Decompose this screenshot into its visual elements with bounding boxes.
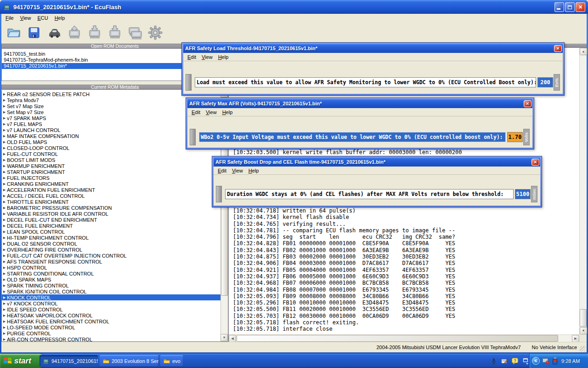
start-button[interactable]: start [0, 354, 45, 368]
menu-item[interactable]: File [2, 14, 17, 22]
metadata-item[interactable]: ▶ BAROMETRIC PRESSURE COMPENSATION [2, 205, 220, 211]
menu-item[interactable]: Help [215, 54, 232, 60]
metadata-item[interactable]: ▶ DECEL FUEL ENRICHMENT [2, 223, 220, 229]
metadata-item[interactable]: ▶ DECEL FUEL-CUT END ENRICHMENT [2, 217, 220, 223]
resize-grip[interactable] [580, 346, 586, 352]
close-button[interactable]: × [531, 159, 539, 166]
language-bar-icon[interactable] [501, 358, 508, 364]
maximize-button[interactable] [565, 2, 575, 12]
no-device-icon[interactable] [543, 358, 549, 364]
menu-item[interactable]: Help [51, 14, 68, 22]
metadata-item-label: STARTUP ENRICHMENT [7, 169, 65, 175]
title-bar[interactable]: AFR Safety Max AFR (Volts)-94170715_2021… [187, 99, 532, 108]
taskbar-task-button[interactable]: 2003 Evolution 8 Ser... [100, 355, 158, 367]
metadata-item[interactable]: ▶ CRANKING ENRICHMENT [2, 181, 220, 187]
scrollbar-thumb[interactable] [237, 335, 558, 342]
metadata-item[interactable]: ▶ THROTTLE ENRICHMENT [2, 199, 220, 205]
parameter-value-cell[interactable]: 200 [537, 77, 553, 87]
open-rom-button[interactable] [4, 23, 23, 42]
metadata-item[interactable]: ▶ FUEL INJECTORS [2, 175, 220, 181]
taskbar-task-button[interactable]: 94170715_20210615... [40, 355, 98, 367]
menu-item[interactable]: ECU [34, 14, 51, 22]
parameter-value-cell[interactable]: 1.70 [507, 132, 523, 142]
show-hidden-icons-chevron[interactable]: < [532, 357, 540, 365]
metadata-item[interactable]: ▶ OVERHEATING FIRE CONTROL [2, 247, 220, 253]
console-vertical-scrollbar[interactable]: ▲ ▼ [579, 48, 587, 334]
metadata-item[interactable]: ▶ VARIABLE RESISTOR IDLE AFR CONTROL [2, 211, 220, 217]
microphone-icon[interactable] [491, 358, 497, 365]
metadata-item[interactable]: ▶ STARTING CONDITIONAL CONTROL [2, 270, 220, 276]
help-icon[interactable] [512, 358, 518, 365]
scroll-down-button[interactable]: ▼ [220, 334, 228, 341]
metadata-item[interactable]: ▶ ACCEL / DECEL FUEL CONTROL [2, 193, 220, 199]
log-line: [10:32:04.781] -- comparing ECU flash me… [233, 227, 455, 234]
read-rom-from-ecu-button[interactable] [65, 23, 84, 42]
close-icon: × [576, 3, 585, 12]
afr-safety-max-afr-volts-window[interactable]: AFR Safety Max AFR (Volts)-94170715_2021… [186, 98, 534, 150]
restore-language-bar-icon[interactable] [522, 358, 529, 365]
parameter-value-cell[interactable]: 5100 [515, 189, 531, 199]
menu-item[interactable]: View [203, 109, 220, 115]
close-button[interactable]: × [554, 45, 562, 52]
metadata-item[interactable]: ▶ FUEL-CUT CAT OVERTEMP INJECTION CONTRO… [2, 253, 220, 259]
log-line: [10:32:03.500] kernel write flash buffer… [233, 149, 462, 155]
metadata-item[interactable]: ▶ KNOCK CONTROL [2, 294, 220, 300]
metadata-item[interactable]: ▶ LEAN SPOOL CONTROL [2, 229, 220, 235]
metadata-item[interactable]: ▶ SPARK TIMING CONTROL [2, 282, 220, 288]
metadata-item[interactable]: ▶ HSPD CONTROL [2, 264, 220, 270]
metadata-item[interactable]: ▶ WARMUP ENRICHMENT [2, 163, 220, 169]
menu-item[interactable]: Edit [215, 167, 229, 174]
menu-item[interactable]: View [229, 167, 246, 174]
metadata-item[interactable]: ▶ DUAL O2 SENSOR CONTROL [2, 241, 220, 247]
menu-item[interactable]: Help [220, 109, 236, 115]
metadata-item[interactable]: ▶ STARTUP ENRICHMENT [2, 169, 220, 175]
taskbar-task-button[interactable]: evo [160, 355, 183, 367]
menu-item[interactable]: View [199, 54, 215, 60]
metadata-item[interactable]: ▶ OLD SPARK MAPS [2, 276, 220, 282]
metadata-item[interactable]: ▶ BOOST LIMIT MODS [2, 157, 220, 163]
metadata-item-label: KNOCK CONTROL [7, 295, 51, 300]
metadata-item[interactable]: ▶ ACCELERATION FUEL ENRICHMENT [2, 187, 220, 193]
settings-button[interactable] [146, 23, 165, 42]
afr-safety-load-threshold-window[interactable]: AFR Safety Load Threshold-94170715_20210… [181, 42, 565, 96]
write-rom-to-ecu-button[interactable] [85, 23, 104, 42]
title-bar[interactable]: 94170715_20210615v1.bin* - EcuFlash × [0, 0, 588, 14]
metadata-item[interactable]: ▶ AFS TRANSIENT RESPONSE CONTROL [2, 259, 220, 264]
clock[interactable]: 9:28 AM [561, 358, 580, 364]
afr-safety-boost-drop-cel-window[interactable]: AFR Safety Boost Drop and CEL Flash time… [212, 156, 542, 207]
menu-item[interactable]: Edit [185, 54, 199, 60]
close-button[interactable]: × [524, 100, 531, 107]
metadata-item[interactable]: ▶ HEATSOAK FUEL ENRICHMENT CONTROL [2, 318, 220, 324]
write-rom-to-ecu-alt-button[interactable] [105, 23, 124, 42]
menu-item[interactable]: View [17, 14, 34, 22]
console-horizontal-scrollbar[interactable]: ◀ ▶ [229, 334, 579, 342]
scrollbar-thumb[interactable] [580, 309, 587, 327]
scroll-left-button[interactable]: ◀ [229, 335, 236, 342]
metadata-item[interactable]: ▶ v7 KNOCK CONTROL [2, 300, 220, 306]
scroll-down-button[interactable]: ▼ [580, 327, 587, 334]
vehicle-button[interactable] [45, 23, 64, 42]
task-buttons: 94170715_20210615... 2003 Evolution 8 Se… [40, 355, 183, 367]
close-button[interactable]: × [576, 2, 585, 12]
metadata-item[interactable]: ▶ FUEL-CUT CONTROL [2, 151, 220, 157]
save-rom-button[interactable] [24, 23, 44, 42]
title-bar[interactable]: AFR Safety Boost Drop and CEL Flash time… [214, 157, 540, 167]
menu-item[interactable]: Edit [189, 109, 203, 115]
metadata-item[interactable]: ▶ PURGE CONTROL [2, 330, 220, 336]
metadata-item[interactable]: ▶ HEATSOAK VAPORLOCK CONTROL [2, 312, 220, 318]
scroll-right-button[interactable]: ▶ [572, 335, 579, 342]
battery-icon[interactable] [552, 357, 558, 364]
metadata-item[interactable]: ▶ IDLE SPEED CONTROL [2, 306, 220, 312]
test-write-button[interactable] [125, 23, 145, 42]
expand-arrow-icon: ▶ [2, 110, 7, 114]
metadata-item[interactable]: ▶ HI-TEMP ENRICHMENT CONTROL [2, 235, 220, 241]
minimize-button[interactable] [554, 2, 564, 12]
metadata-item-label: SPARK TIMING CONTROL [7, 283, 69, 288]
metadata-item[interactable]: ▶ LO-SPEED MODE CONTROL [2, 324, 220, 330]
title-bar[interactable]: AFR Safety Load Threshold-94170715_20210… [183, 44, 563, 53]
metadata-item[interactable]: ▶ AIR-CON COMPRESSOR CONTROL [2, 336, 220, 341]
menu-item[interactable]: Help [246, 167, 262, 174]
scroll-up-button[interactable]: ▲ [580, 48, 587, 55]
metadata-item[interactable]: ▶ SPARK IGNITION COIL CONTROL [2, 288, 220, 294]
metadata-item-label: BAROMETRIC PRESSURE COMPENSATION [7, 205, 112, 211]
